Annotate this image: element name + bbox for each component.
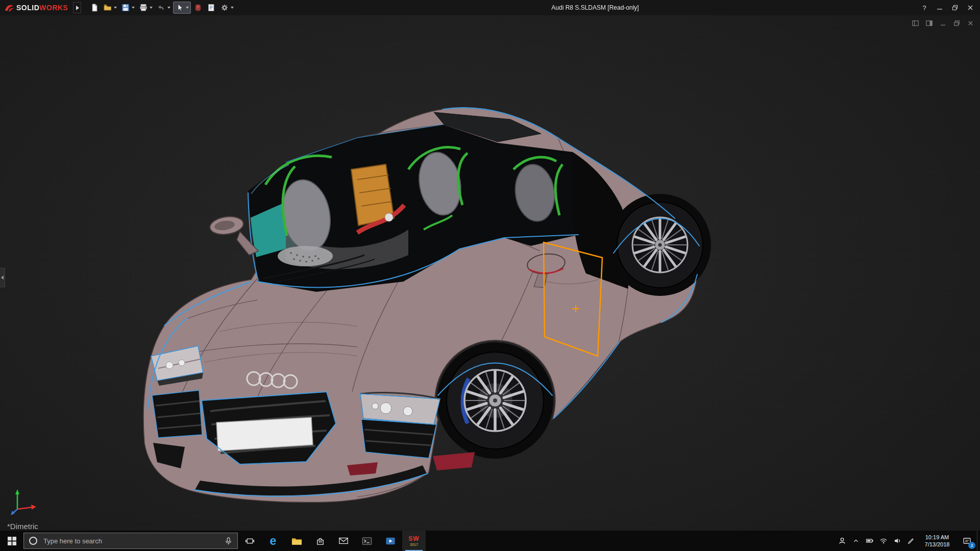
solidworks-taskbar-icon: SW 2017: [408, 536, 419, 546]
taskbar-app-terminal[interactable]: [355, 531, 379, 551]
maximize-button[interactable]: [947, 0, 963, 15]
close-icon: [967, 5, 973, 11]
print-button[interactable]: [137, 2, 154, 14]
select-dropdown-caret[interactable]: [186, 7, 189, 9]
taskbar: e SW: [0, 531, 980, 551]
options-dropdown-caret[interactable]: [231, 7, 234, 9]
flyout-arrow-icon: [76, 6, 79, 10]
intake-right: [361, 419, 436, 458]
new-document-button[interactable]: [88, 2, 101, 14]
display-pane-icon: [925, 19, 933, 27]
restore-icon: [952, 5, 958, 11]
doc-minimize-button[interactable]: [938, 18, 947, 28]
task-view-button[interactable]: [238, 531, 261, 551]
task-view-icon: [245, 537, 255, 545]
chevron-up-icon: [852, 537, 860, 544]
wifi-icon: [879, 537, 888, 545]
undo-dropdown-caret[interactable]: [167, 7, 170, 9]
store-icon: [315, 536, 325, 546]
notification-badge: 2: [968, 542, 975, 549]
file-properties-icon: [207, 3, 216, 12]
speaker-panel: [278, 246, 333, 266]
terminal-icon: [362, 537, 372, 545]
clock-time: 10:19 AM: [925, 534, 949, 541]
start-button[interactable]: [0, 531, 23, 551]
tray-hidden-icons-button[interactable]: [849, 531, 863, 551]
tray-people-button[interactable]: [835, 531, 849, 551]
taskbar-search[interactable]: [23, 533, 238, 549]
new-document-icon: [90, 3, 99, 12]
taskbar-clock[interactable]: 10:19 AM 7/13/2018: [918, 531, 957, 551]
document-window-controls: [911, 18, 975, 28]
collapsed-panel-tab[interactable]: [0, 268, 5, 287]
clock-date: 7/13/2018: [925, 541, 950, 548]
car-model[interactable]: [0, 15, 980, 531]
options-gear-icon: [220, 3, 229, 12]
tray-volume-button[interactable]: [890, 531, 904, 551]
file-properties-button[interactable]: [205, 2, 217, 14]
microphone-icon[interactable]: [225, 537, 232, 545]
options-button[interactable]: [218, 2, 235, 14]
save-dropdown-caret[interactable]: [132, 7, 135, 9]
rebuild-button[interactable]: [192, 2, 204, 14]
license-plate: [216, 417, 313, 451]
tray-network-button[interactable]: [876, 531, 890, 551]
titlebar: SOLIDWORKS: [0, 0, 980, 15]
windows-logo-icon: [8, 537, 16, 545]
show-pane-button[interactable]: [911, 18, 920, 28]
minimize-button[interactable]: [932, 0, 947, 15]
cortana-icon: [29, 537, 37, 545]
taskbar-spacer: [426, 531, 835, 551]
graphics-area[interactable]: *Dimetric: [0, 15, 980, 531]
taskbar-app-file-explorer[interactable]: [285, 531, 308, 551]
open-icon: [103, 3, 112, 12]
taskbar-app-edge[interactable]: e: [261, 531, 285, 551]
menu-flyout-button[interactable]: [73, 2, 81, 13]
rebuild-icon: [193, 3, 203, 12]
tray-battery-button[interactable]: [863, 531, 876, 551]
doc-close-icon: [967, 19, 974, 27]
display-pane-button[interactable]: [924, 18, 934, 28]
doc-restore-icon: [953, 19, 961, 27]
document-title: Audi R8 S.SLDASM [Read-only]: [551, 0, 639, 15]
orientation-triad: [10, 487, 39, 516]
action-center-button[interactable]: 2: [957, 531, 977, 551]
collapse-arrow-icon: [1, 276, 4, 280]
tray-pen-button[interactable]: [904, 531, 918, 551]
doc-restore-button[interactable]: [952, 18, 961, 28]
wheel-front[interactable]: [437, 342, 553, 459]
quick-access-toolbar: [88, 2, 235, 14]
edge-icon: e: [270, 535, 277, 547]
people-icon: [838, 537, 846, 545]
file-explorer-icon: [291, 536, 302, 545]
undo-icon: [157, 3, 166, 12]
search-input[interactable]: [42, 537, 219, 545]
help-button[interactable]: ?: [917, 0, 932, 15]
taskbar-app-media[interactable]: [379, 531, 402, 551]
print-icon: [139, 3, 148, 12]
taskbar-app-solidworks[interactable]: SW 2017: [402, 531, 426, 551]
pen-icon: [907, 537, 915, 545]
close-button[interactable]: [963, 0, 978, 15]
ds-logo-icon: [4, 3, 14, 12]
red-accent-right: [433, 452, 475, 470]
open-dropdown-caret[interactable]: [114, 7, 117, 9]
print-dropdown-caret[interactable]: [150, 7, 153, 9]
media-player-icon: [385, 537, 396, 545]
doc-close-button[interactable]: [966, 18, 975, 28]
window-controls: ?: [917, 0, 978, 15]
save-icon: [121, 3, 130, 12]
doc-minimize-icon: [939, 19, 947, 27]
show-desktop-button[interactable]: [977, 531, 980, 551]
undo-button[interactable]: [155, 2, 172, 14]
select-button[interactable]: [173, 2, 191, 14]
open-button[interactable]: [102, 2, 118, 14]
mail-icon: [338, 537, 349, 545]
logo-text-works: WORKS: [39, 4, 68, 12]
taskbar-app-mail[interactable]: [332, 531, 355, 551]
volume-icon: [893, 537, 901, 545]
view-orientation-label: *Dimetric: [7, 522, 38, 531]
save-button[interactable]: [119, 2, 136, 14]
battery-icon: [866, 537, 874, 545]
taskbar-app-store[interactable]: [308, 531, 332, 551]
